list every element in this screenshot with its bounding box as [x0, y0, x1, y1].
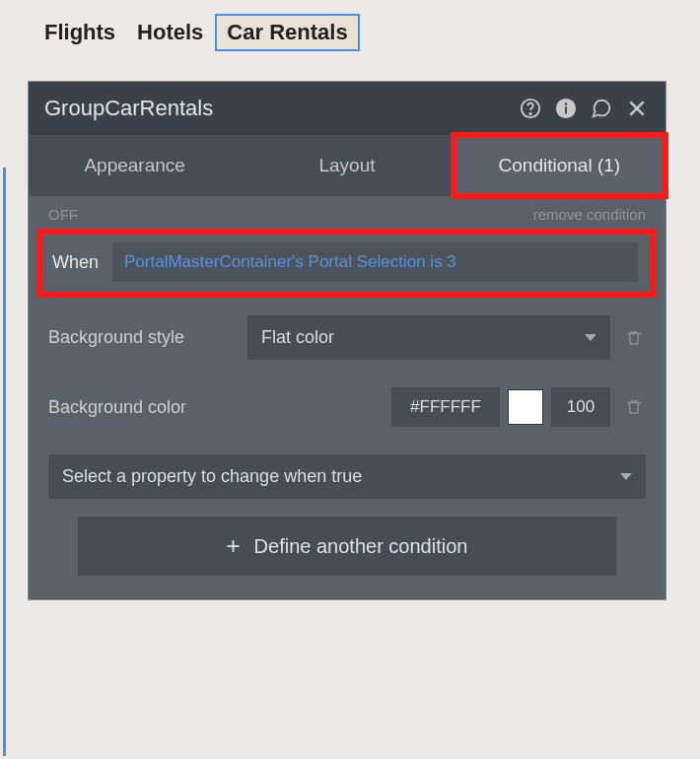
svg-point-4 [565, 103, 568, 105]
background-color-swatch[interactable] [508, 389, 543, 425]
when-label: When [52, 252, 112, 273]
background-color-hex-input[interactable]: #FFFFFF [391, 387, 500, 427]
panel-title: GroupCarRentals [44, 96, 518, 121]
remove-condition-link[interactable]: remove condition [533, 206, 646, 223]
background-style-value: Flat color [261, 327, 334, 348]
tab-hotels[interactable]: Hotels [137, 20, 203, 45]
when-row: When PortalMasterContainer's Portal Sele… [40, 231, 654, 294]
info-icon[interactable] [553, 96, 579, 121]
background-style-select[interactable]: Flat color [247, 315, 610, 360]
condition-header-row: OFF remove condition [29, 196, 665, 229]
define-another-label: Define another condition [254, 535, 468, 558]
trash-icon[interactable] [622, 326, 646, 350]
panel-header-icons [518, 96, 650, 121]
svg-point-1 [529, 113, 530, 114]
portal-tabs: Flights Hotels Car Rentals [0, 0, 700, 57]
chevron-down-icon [620, 473, 632, 480]
panel-header: GroupCarRentals [29, 82, 665, 135]
tab-car-rentals[interactable]: Car Rentals [215, 14, 359, 51]
svg-rect-3 [565, 106, 567, 113]
background-color-alpha-input[interactable]: 100 [551, 387, 610, 427]
define-another-condition-button[interactable]: + Define another condition [78, 517, 616, 576]
tab-layout[interactable]: Layout [241, 135, 453, 196]
chevron-down-icon [585, 334, 596, 341]
close-icon[interactable] [624, 96, 650, 121]
tab-appearance[interactable]: Appearance [29, 135, 241, 196]
plus-icon: + [227, 534, 241, 558]
background-style-row: Background style Flat color [29, 302, 665, 374]
help-icon[interactable] [518, 96, 543, 121]
selection-indicator [3, 168, 6, 756]
when-expression-input[interactable]: PortalMasterContainer's Portal Selection… [112, 242, 638, 282]
property-panel: GroupCarRentals Appearance Layout Condit… [28, 81, 666, 600]
background-style-label: Background style [48, 327, 236, 348]
comment-icon[interactable] [589, 96, 614, 121]
condition-off-label: OFF [48, 206, 78, 223]
select-property-label: Select a property to change when true [62, 466, 362, 487]
tab-flights[interactable]: Flights [44, 20, 115, 45]
background-color-label: Background color [48, 397, 236, 418]
background-color-row: Background color #FFFFFF 100 [29, 374, 665, 441]
trash-icon[interactable] [622, 395, 646, 419]
select-property-dropdown[interactable]: Select a property to change when true [48, 454, 646, 499]
tab-conditional[interactable]: Conditional (1) [454, 135, 665, 196]
panel-tabs: Appearance Layout Conditional (1) [29, 135, 665, 196]
